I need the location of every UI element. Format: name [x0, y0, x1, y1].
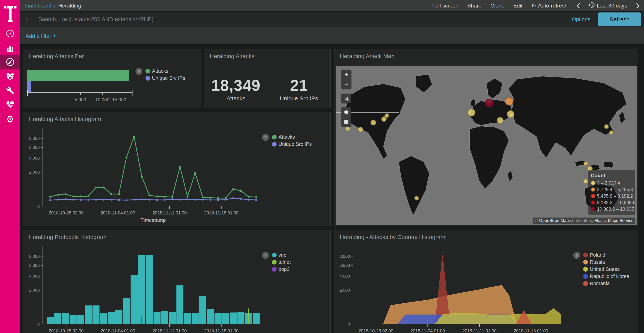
svg-text:2018-11-04 01:00: 2018-11-04 01:00	[410, 328, 445, 333]
legend-item[interactable]: telnet	[272, 259, 291, 266]
svg-text:2018-11-18 01:00: 2018-11-18 01:00	[204, 328, 239, 333]
openstreetmap-link[interactable]: OpenStreetMap	[539, 218, 569, 223]
legend-item[interactable]: Attacks	[146, 68, 185, 75]
legend-label: Russia	[590, 259, 605, 265]
legend-label: Attacks	[278, 134, 295, 140]
area-chart: 02,0004,0006,0008,0002018-10-28 02:00201…	[334, 241, 590, 333]
svg-text:6,000: 6,000	[340, 263, 350, 268]
legend-item[interactable]: United States	[583, 266, 630, 273]
legend-item[interactable]: Romania	[583, 280, 630, 287]
attack-location-dot	[414, 196, 419, 200]
draw-polygon-button[interactable]	[341, 107, 351, 117]
options-link[interactable]: Options	[572, 16, 590, 23]
legend-item[interactable]: Unique Src IPs	[146, 75, 185, 82]
add-filter-button[interactable]: Add a filter +	[26, 33, 56, 39]
dashboard-page: ⚙ Dashboard / Heralding Full screen Shar…	[0, 0, 644, 333]
attack-location-dot	[604, 124, 609, 129]
legend-expand-button[interactable]	[573, 252, 580, 259]
legend-expand-button[interactable]	[262, 134, 269, 141]
sidebar-item-dashboard[interactable]	[0, 55, 20, 70]
breadcrumb-dashboard-link[interactable]: Dashboard	[25, 3, 51, 9]
clone-button[interactable]: Clone	[490, 3, 504, 9]
panel-title: Heralding Attack Map	[340, 53, 394, 60]
sidebar-item-visualize[interactable]	[0, 41, 20, 55]
legend-item[interactable]: pop3	[272, 266, 291, 273]
telekom-logo[interactable]	[0, 0, 20, 27]
sidebar-item-discover[interactable]	[0, 27, 20, 41]
elastic-maps-service-link[interactable]: Elastic Maps Service	[594, 218, 634, 223]
time-range-picker[interactable]: Last 30 days	[589, 2, 627, 9]
attack-location-dot	[370, 120, 376, 125]
legend-label: vnc	[278, 252, 286, 258]
map-legend-label: 2,729.4 – 5,455.8	[597, 187, 633, 192]
legend-swatch	[272, 253, 276, 257]
legend-item[interactable]: Russia	[583, 259, 630, 266]
map-legend-item: 5,455.8 – 8,182.2	[591, 193, 633, 199]
legend-rows: AttacksUnique Src IPs	[146, 68, 185, 82]
full-screen-button[interactable]: Full screen	[432, 3, 458, 9]
sidebar-item-tools[interactable]	[0, 84, 20, 98]
legend-swatch	[583, 281, 588, 286]
legend-label: Romania	[590, 280, 610, 286]
map-legend-item: 2,729.4 – 5,455.8	[591, 186, 633, 193]
time-back-button[interactable]	[576, 3, 580, 9]
draw-rectangle-button[interactable]	[341, 117, 351, 127]
panel-title: Heralding Attacks	[210, 53, 254, 60]
topbar: Dashboard / Heralding Full screen Share …	[20, 0, 644, 12]
legend-item[interactable]: Attacks	[272, 134, 312, 141]
svg-text:2018-11-11 01:00: 2018-11-11 01:00	[152, 210, 187, 215]
legend-item[interactable]: vnc	[272, 251, 291, 259]
attack-location-dot	[358, 127, 363, 132]
svg-text:4,000: 4,000	[29, 156, 40, 161]
metric-unique-src-ips: 21 Unique Src IPs	[268, 76, 330, 102]
legend-expand-button[interactable]	[262, 252, 269, 259]
search-input[interactable]	[38, 16, 566, 23]
legend-label: Attacks	[152, 68, 168, 74]
legend-swatch	[272, 267, 276, 272]
legend-item[interactable]: Republic of Korea	[583, 273, 630, 280]
refresh-button[interactable]: Refresh	[598, 13, 641, 26]
edit-button[interactable]: Edit	[513, 3, 522, 9]
map-canvas[interactable]: + − Count 3 – 2,729.42,729.4 – 5,455.85,…	[336, 66, 637, 225]
map-zoom-controls: + −	[341, 70, 351, 89]
svg-text:2,000: 2,000	[340, 288, 350, 292]
crop-button[interactable]	[341, 94, 351, 103]
map-legend-rows: 3 – 2,729.42,729.4 – 5,455.85,455.8 – 8,…	[591, 180, 633, 212]
attack-location-dot	[609, 130, 613, 135]
map-legend-swatch	[591, 200, 595, 205]
legend-item[interactable]: Poland	[583, 251, 630, 259]
map-legend-swatch	[591, 194, 595, 198]
panel-heralding-attacks-histogram: Heralding Attacks Histogram 02,0004,0006…	[23, 112, 330, 226]
legend-expand-button[interactable]	[136, 68, 142, 75]
filter-bar: Add a filter +	[20, 27, 644, 45]
compass-icon	[6, 29, 14, 39]
sidebar-item-monitoring[interactable]	[0, 98, 20, 112]
bar-chart-icon	[6, 43, 14, 53]
map-legend-swatch	[591, 181, 595, 185]
auto-refresh-button[interactable]: ↻ Auto-refresh	[531, 2, 568, 9]
legend-swatch	[146, 69, 150, 74]
legend-item[interactable]: Unique Src IPs	[272, 141, 312, 148]
svg-text:2018-11-18 01:00: 2018-11-18 01:00	[204, 210, 239, 215]
sidebar-item-settings[interactable]: ⚙	[0, 112, 20, 126]
svg-text:0: 0	[348, 322, 350, 326]
query-bar: >_ Options Refresh	[20, 12, 644, 27]
legend-label: Unique Src IPs	[278, 141, 312, 147]
svg-text:0: 0	[38, 204, 40, 208]
svg-text:15,000: 15,000	[112, 97, 126, 102]
legend: vnctelnetpop3	[262, 251, 291, 273]
panel-attacks-by-country-histogram: Heralding - Attacks by Country Histogram…	[334, 230, 638, 333]
zoom-in-button[interactable]: +	[341, 70, 351, 79]
zoom-out-button[interactable]: −	[341, 79, 351, 89]
svg-text:4,000: 4,000	[340, 274, 350, 278]
legend-swatch	[272, 135, 276, 139]
line-chart: 02,0004,0006,0008,0002018-10-28 02:00201…	[23, 123, 288, 223]
metric-label: Unique Src IPs	[268, 95, 330, 102]
legend: AttacksUnique Src IPs	[262, 134, 312, 148]
svg-text:2018-11-18 01:00: 2018-11-18 01:00	[514, 328, 548, 333]
share-button[interactable]: Share	[467, 3, 482, 9]
map-legend-label: 5,455.8 – 8,182.2	[597, 193, 633, 199]
time-forward-button[interactable]	[636, 3, 640, 9]
sidebar-item-bear[interactable]	[0, 70, 20, 84]
attack-location-dot	[384, 113, 389, 118]
